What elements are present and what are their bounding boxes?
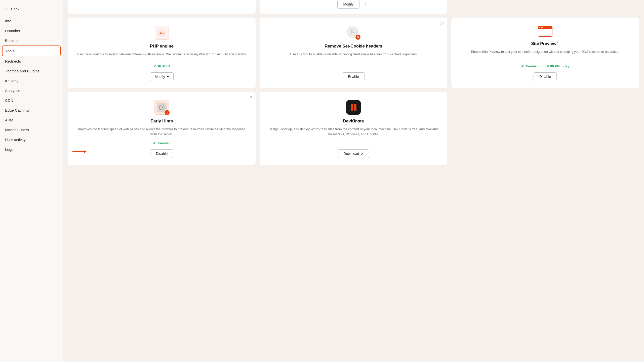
svg-point-5 (353, 32, 354, 33)
sidebar-item-themes-plugins[interactable]: Themes and Plugins (0, 66, 63, 76)
early-hints-disable-button[interactable]: Disable (150, 149, 174, 158)
site-preview-disable-button[interactable]: Disable (534, 72, 557, 81)
partial-card-3 (451, 0, 639, 14)
back-button[interactable]: ← Back (0, 4, 63, 16)
sidebar-item-apm[interactable]: APM (0, 115, 63, 125)
svg-point-4 (353, 29, 354, 30)
sidebar-item-redirects[interactable]: Redirects (0, 56, 63, 66)
php-status-check-icon: ✔ (153, 64, 156, 68)
site-preview-icon-wrap (538, 26, 552, 37)
devkinsta-icon (346, 100, 361, 115)
main-content: Modify ⋮ </> PHP engine Use these contro… (63, 0, 644, 362)
remove-cookie-info-icon[interactable]: ⓘ (440, 21, 444, 26)
sidebar-item-manage-users[interactable]: Manage users (0, 125, 63, 135)
php-engine-card: </> PHP engine Use these controls to swi… (68, 18, 256, 88)
early-hints-desc: Improves the loading speed of web pages … (75, 127, 249, 137)
sidebar-item-info[interactable]: Info (0, 16, 63, 26)
remove-cookie-enable-button[interactable]: Enable (342, 72, 365, 81)
partial-card-2: Modify ⋮ (260, 0, 447, 14)
cookie-x-badge: ✕ (355, 35, 360, 40)
svg-point-3 (351, 30, 352, 32)
site-preview-check-icon: ✔ (521, 64, 524, 68)
top-more-icon[interactable]: ⋮ (362, 1, 370, 8)
sidebar-item-domains[interactable]: Domains (0, 26, 63, 36)
svg-point-2 (349, 28, 357, 36)
sidebar-item-backups[interactable]: Backups (0, 36, 63, 46)
sidebar-item-edge-caching[interactable]: Edge Caching (0, 105, 63, 115)
sidebar-item-tools[interactable]: Tools (2, 46, 61, 56)
early-hints-title: Early Hints (151, 119, 173, 124)
sidebar-item-analytics[interactable]: Analytics (0, 86, 63, 96)
partial-card-1 (68, 0, 256, 14)
devkinsta-download-button[interactable]: Download ↗ (338, 149, 369, 158)
sidebar-item-ip-deny[interactable]: IP Deny (0, 76, 63, 86)
php-engine-title: PHP engine (150, 44, 174, 49)
external-link-icon: ↗ (361, 152, 364, 156)
php-engine-icon: </> (155, 26, 169, 40)
tools-cards-grid: </> PHP engine Use these controls to swi… (63, 14, 644, 170)
site-preview-title: Site Preview▲ (531, 41, 559, 46)
back-label: Back (11, 7, 19, 11)
php-engine-modify-button[interactable]: Modify ▾ (150, 72, 174, 81)
svg-point-7 (352, 31, 353, 32)
devkinsta-desc: Design, develop, and deploy WordPress si… (267, 127, 440, 145)
sidebar-item-cdn[interactable]: CDN (0, 96, 63, 105)
top-modify-button[interactable]: Modify (337, 0, 359, 9)
devkinsta-title: DevKinsta (343, 119, 364, 124)
php-engine-desc: Use these controls to switch between dif… (77, 52, 247, 60)
chevron-down-icon: ▾ (167, 75, 169, 79)
remove-cookie-card: ⓘ ✕ Remove Set (260, 18, 447, 88)
devkinsta-card: DevKinsta Design, develop, and deploy Wo… (260, 92, 447, 165)
early-hints-card: ? ⏱ Early Hints Improves the loading spe… (68, 92, 256, 165)
site-preview-status: ✔ Enabled until 6:08 PM today (521, 64, 569, 68)
svg-text:</>: </> (159, 31, 164, 35)
site-preview-card: Site Preview▲ Enable Site Preview to tes… (451, 18, 639, 88)
early-hints-status: ✔ Enabled (153, 141, 171, 145)
sidebar-item-logs[interactable]: Logs (0, 145, 63, 154)
remove-cookie-icon: ✕ (346, 26, 360, 40)
arrow-indicator (72, 151, 86, 152)
early-hints-badge: ⏱ (165, 110, 170, 115)
sidebar-item-user-activity[interactable]: User activity (0, 135, 63, 145)
early-hints-check-icon: ✔ (153, 141, 156, 145)
site-preview-desc: Enable Site Preview to test your site be… (471, 49, 619, 60)
remove-cookie-title: Remove Set-Cookie headers (325, 44, 382, 49)
svg-point-6 (351, 32, 352, 33)
php-engine-status: ✔ PHP 8.1 (153, 64, 170, 68)
back-arrow-icon: ← (5, 7, 9, 11)
remove-cookie-desc: Use this tool to enable or disable remov… (290, 52, 417, 68)
early-hints-icon: ⏱ (154, 100, 169, 115)
early-hints-info-icon[interactable]: ? (250, 96, 252, 100)
sidebar: ← Back Info Domains Backups Tools Redire… (0, 0, 63, 362)
empty-card-slot (451, 92, 639, 165)
site-preview-warning-icon: ▲ (556, 41, 559, 44)
